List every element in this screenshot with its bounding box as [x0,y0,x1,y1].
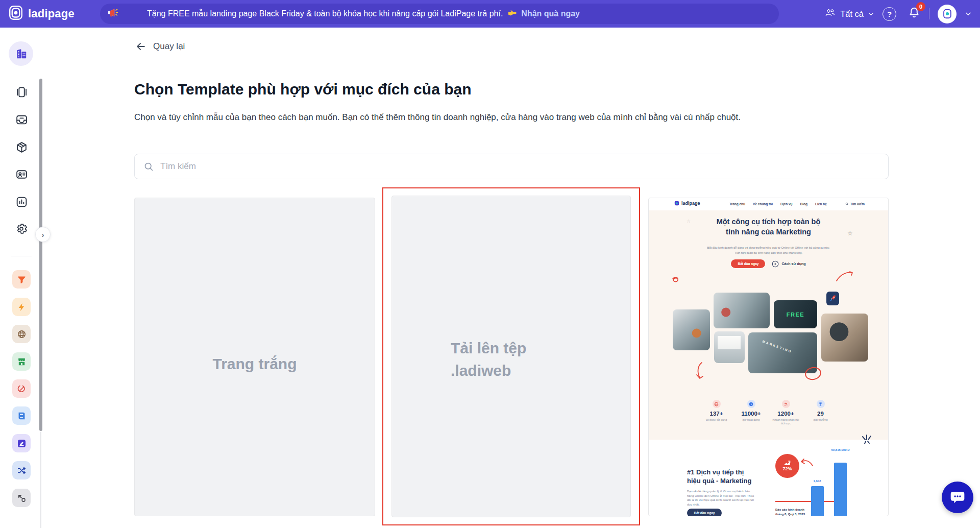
preview-photo [714,331,745,363]
sidebar-item-integrations[interactable] [12,461,31,479]
preview-hero-description: Bắt đầu kinh doanh dễ dàng và tăng trưởn… [649,245,888,255]
chat-bubble-icon [949,489,966,506]
preview-photo [714,293,770,328]
arrow-left-icon [135,41,146,52]
sidebar-item-links[interactable] [12,379,31,398]
upload-card-label: Tải lên tệp .ladiweb [451,337,526,382]
sidebar-item-workspace[interactable] [11,43,32,64]
shuffle-icon [17,466,27,475]
sidebar-scrollbar-track [40,432,41,528]
people-icon [782,400,790,408]
sidebar-item-pages[interactable] [11,82,32,102]
notifications-button[interactable]: 0 [908,6,921,21]
preview-nav-links: Trang chủ Về chúng tôi Dịch vụ Blog Liên… [729,202,827,206]
preview-search-icon [845,202,849,206]
chart-bar-large [834,463,847,516]
trophy-icon [817,400,825,408]
funnel-icon [17,275,27,284]
preview-bottom-heading: #1 Dịch vụ tiếp thị hiệu quả - Marketing [687,468,751,485]
sidebar-item-inbox[interactable] [11,109,32,130]
preview-cta-primary: Bắt đầu ngay [731,259,765,268]
pointing-hand-icon [507,8,517,19]
sidebar-item-domain[interactable] [12,325,31,343]
growth-icon [783,461,792,466]
chevron-down-icon [868,11,874,17]
selected-template-outline: Tải lên tệp .ladiweb [382,187,640,525]
package-icon [15,141,28,154]
ladipage-logo-icon [8,5,23,22]
stat-customers: 1200+ Khách hàng phản hồi tích cực [771,400,801,425]
template-card-blank[interactable]: Trang trắng [134,198,375,516]
banner-text: Tặng FREE mẫu landing page Black Friday … [147,9,503,18]
stat-websites: 137+ Website sử dụng [702,400,731,425]
help-button[interactable]: ? [883,7,896,21]
preview-bottom-body: Bạn sẽ dễ dàng quản lý & tối ưu mọi kênh… [687,489,754,507]
inbox-icon [15,113,28,126]
swoosh-doodle [836,271,853,283]
notification-badge: 0 [916,2,925,11]
preview-logo: ladipage [674,201,700,206]
back-label: Quay lại [153,41,185,52]
sidebar-item-reports[interactable] [11,191,32,212]
topbar: ladipage Tặng FREE mẫu landing page Blac… [0,0,980,28]
globe-icon [713,400,721,408]
sidebar-item-contacts[interactable] [11,164,32,184]
team-icon [824,7,836,21]
sidebar-item-settings[interactable] [11,219,32,239]
pages-icon [15,86,28,99]
banner-cta-link[interactable]: Nhận quà ngay [521,9,580,18]
chart-bar-small [811,486,824,516]
search-input[interactable] [160,161,879,172]
form-edit-icon [17,439,27,448]
preview-bottom-cta: Bắt đầu ngay [687,509,722,516]
preview-photo [821,314,868,362]
sidebar-item-embed[interactable] [12,489,31,507]
chart-caption: Báo cáo kinh doanh tháng 8, Quý 3, 2023 [775,508,805,516]
search-icon [143,161,154,172]
sidebar-item-automation[interactable] [12,298,31,316]
ladipage-logo[interactable]: ladipage [8,0,75,28]
chat-launcher-button[interactable] [942,482,973,513]
template-card-upload[interactable]: Tải lên tệp .ladiweb [391,196,631,517]
resize-icon [17,493,27,503]
preview-photo [673,309,710,350]
contact-card-icon [15,168,28,181]
sidebar [0,28,43,528]
audience-filter-dropdown[interactable]: Tất cả [824,7,874,21]
sidebar-item-forms[interactable] [12,434,31,452]
stat-awards: 29 giải thưởng [806,400,836,425]
sidebar-item-library[interactable] [12,406,31,425]
preview-photo: FREE [774,300,817,328]
link-icon [17,384,27,394]
spiral-doodle [671,276,682,287]
account-avatar[interactable] [938,5,957,23]
gear-icon [15,222,28,235]
sidebar-scrollbar-thumb[interactable] [39,79,42,431]
preview-photo: MARKETING [748,332,817,373]
account-chevron-down-icon[interactable] [965,10,972,17]
chart-badge: 72% [775,454,799,478]
sidebar-item-store[interactable] [12,352,31,371]
announcement-banner: Tặng FREE mẫu landing page Black Friday … [100,4,779,24]
brand-name: ladipage [28,7,75,20]
preview-logo-icon [674,201,679,206]
sidebar-divider [11,256,32,256]
audience-filter-label: Tất cả [840,9,864,19]
globe-icon [17,329,27,339]
sparkle-doodle [860,434,873,447]
sidebar-expand-handle[interactable]: › [35,227,51,242]
page-title: Chọn Template phù hợp với mục đích của b… [134,81,471,98]
back-button[interactable]: Quay lại [135,41,185,52]
megaphone-icon [107,7,118,20]
page-subtitle: Chọn và tùy chỉnh mẫu của bạn theo cách … [134,112,741,123]
template-card-preview[interactable]: ladipage Trang chủ Về chúng tôi Dịch vụ … [648,198,889,516]
sidebar-item-funnel[interactable] [12,270,31,289]
stat-hours: 11000+ giờ hoạt động [737,400,766,425]
sidebar-item-products[interactable] [11,137,32,157]
rocket-icon [826,292,839,305]
arrow-doodle [694,362,706,380]
topbar-divider [929,8,929,19]
template-search [134,154,889,179]
clock-icon [747,400,755,408]
chart-arrow-doodle [800,458,814,469]
